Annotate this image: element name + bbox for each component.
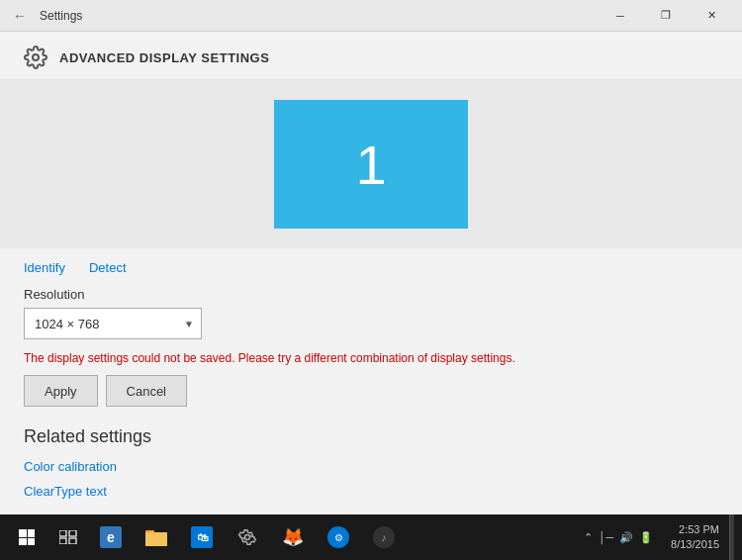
action-buttons: Apply Cancel [24,375,718,407]
edge-taskbar-icon[interactable]: e [89,514,133,560]
gear-icon [24,46,47,69]
show-desktop-button[interactable] [729,514,734,560]
svg-rect-2 [69,530,76,536]
window-title: Settings [40,9,82,23]
title-bar: ← Settings ─ ❐ ✕ [0,0,742,32]
resolution-label: Resolution [24,287,718,302]
svg-rect-1 [59,530,66,536]
system-tray: ⌃ │─ 🔊 🔋 [576,531,661,544]
clock-time: 2:53 PM [671,522,719,537]
windows-logo-icon [19,529,35,545]
resolution-select[interactable]: 1024 × 768 800 × 600 1280 × 720 1366 × 7… [24,308,202,339]
color-calibration-link[interactable]: Color calibration [24,459,718,474]
firefox-taskbar-icon[interactable]: 🦊 [271,514,315,560]
windows-defender-taskbar-icon[interactable]: ⚙ [317,514,360,560]
svg-rect-7 [145,532,167,546]
volume-icon[interactable]: 🔊 [617,531,635,544]
svg-point-8 [245,535,250,540]
cancel-button[interactable]: Cancel [106,375,187,407]
network-icon[interactable]: │─ [597,531,615,543]
maximize-button[interactable]: ❐ [643,0,689,32]
taskbar-clock[interactable]: 2:53 PM 8/13/2015 [665,522,725,553]
monitor-area: 1 [0,80,742,248]
taskbar-right: ⌃ │─ 🔊 🔋 2:53 PM 8/13/2015 [576,514,738,560]
monitor-display: 1 [274,100,468,229]
minimize-button[interactable]: ─ [598,0,643,32]
store-taskbar-icon[interactable]: 🛍 [180,514,224,560]
apply-button[interactable]: Apply [24,375,98,407]
battery-icon[interactable]: 🔋 [637,531,655,544]
svg-rect-4 [69,538,76,544]
back-button[interactable]: ← [8,4,32,28]
page-title: ADVANCED DISPLAY SETTINGS [59,50,269,65]
start-button[interactable] [4,514,49,560]
detect-link[interactable]: Detect [89,260,127,275]
resolution-select-wrapper: 1024 × 768 800 × 600 1280 × 720 1366 × 7… [24,308,202,339]
svg-rect-3 [59,538,66,544]
error-message: The display settings could not be saved.… [24,351,518,365]
taskbar: e 🛍 🦊 [0,514,742,560]
file-explorer-taskbar-icon[interactable] [135,514,178,560]
media-taskbar-icon[interactable]: ♪ [362,514,406,560]
chevron-up-tray-icon[interactable]: ⌃ [582,531,595,544]
taskbar-apps: e 🛍 🦊 [49,514,406,560]
close-button[interactable]: ✕ [689,0,734,32]
display-links: Identify Detect [24,248,718,287]
monitor-number: 1 [355,133,386,197]
related-settings-title: Related settings [24,426,718,447]
page-header: ADVANCED DISPLAY SETTINGS [0,32,742,80]
task-view-button[interactable] [49,514,87,560]
identify-link[interactable]: Identify [24,260,65,275]
main-content: 1 Identify Detect Resolution 1024 × 768 … [0,80,742,510]
settings-taskbar-icon[interactable] [226,514,269,560]
advanced-sizing-link[interactable]: Advanced sizing of text and other items [24,509,718,510]
svg-point-0 [33,54,39,60]
window-controls: ─ ❐ ✕ [598,0,734,32]
clock-date: 8/13/2015 [671,537,719,552]
cleartype-link[interactable]: ClearType text [24,484,718,499]
